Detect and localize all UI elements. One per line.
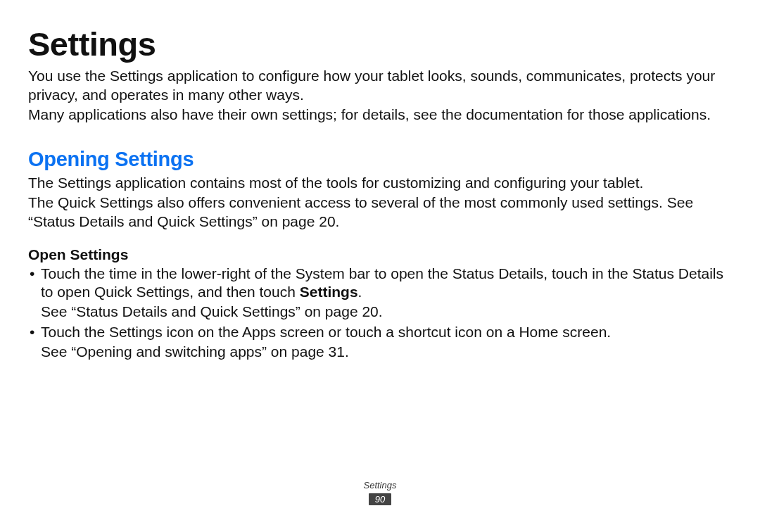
section-paragraph-2: The Quick Settings also offers convenien… xyxy=(28,194,732,231)
bullet-list: Touch the time in the lower-right of the… xyxy=(28,265,732,361)
section-paragraph-1: The Settings application contains most o… xyxy=(28,174,732,192)
intro-paragraph-1: You use the Settings application to conf… xyxy=(28,67,732,104)
section-heading-opening-settings: Opening Settings xyxy=(28,148,732,171)
list-item: Touch the time in the lower-right of the… xyxy=(28,265,732,302)
page-number: 90 xyxy=(369,493,391,505)
bullet-text-part2: . xyxy=(358,284,362,300)
sub-heading-open-settings: Open Settings xyxy=(28,246,732,263)
page-footer: Settings 90 xyxy=(0,480,760,505)
page-title: Settings xyxy=(28,27,732,61)
bullet-continuation: See “Status Details and Quick Settings” … xyxy=(28,303,732,321)
bullet-text-part1: Touch the time in the lower-right of the… xyxy=(41,265,723,300)
intro-paragraph-2: Many applications also have their own se… xyxy=(28,106,732,124)
footer-section-label: Settings xyxy=(0,480,760,490)
bullet-text-bold: Settings xyxy=(300,284,358,300)
bullet-continuation: See “Opening and switching apps” on page… xyxy=(28,343,732,361)
list-item: Touch the Settings icon on the Apps scre… xyxy=(28,323,732,341)
